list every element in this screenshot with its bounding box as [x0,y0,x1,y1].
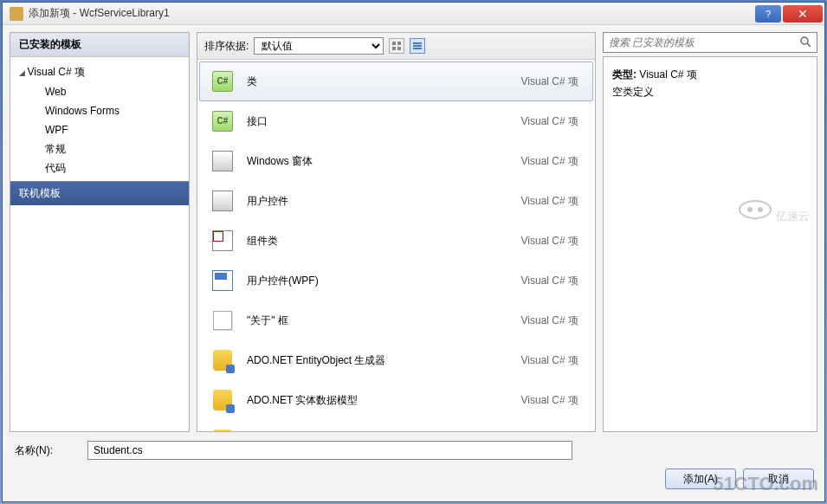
cs-icon: C# [210,109,235,133]
sort-bar: 排序依据: 默认值 [197,33,595,60]
template-item[interactable]: "关于" 框Visual C# 项 [199,300,593,340]
template-item[interactable]: C#类Visual C# 项 [199,61,593,101]
template-language: Visual C# 项 [521,114,582,129]
svg-rect-1 [397,42,401,45]
template-tree: Visual C# 项 Web Windows Forms WPF 常规 代码 … [10,57,189,181]
search-box[interactable] [603,32,817,53]
svg-rect-4 [413,42,422,44]
details-type-row: 类型: Visual C# 项 [612,66,808,83]
tree-item-web[interactable]: Web [10,82,189,101]
template-name: ADO.NET 实体数据模型 [247,393,509,408]
template-item[interactable]: ADO.NET EntityObject 生成器Visual C# 项 [199,340,593,380]
app-icon [10,7,23,21]
tree-item-general[interactable]: 常规 [10,139,189,158]
class2-icon [210,229,235,253]
details-description: 空类定义 [612,83,808,100]
cancel-button[interactable]: 取消 [743,468,814,489]
template-language: Visual C# 项 [521,74,582,89]
template-name: 接口 [247,114,509,129]
wpf-icon [210,268,235,293]
installed-templates-header[interactable]: 已安装的模板 [10,33,189,57]
template-item[interactable]: 用户控件Visual C# 项 [199,181,593,221]
main-columns: 已安装的模板 Visual C# 项 Web Windows Forms WPF… [10,32,817,432]
help-button[interactable]: ? [755,5,781,23]
svg-rect-5 [413,45,422,47]
template-language: Visual C# 项 [521,154,582,169]
template-language: Visual C# 项 [521,194,582,209]
template-name: ADO.NET EntityObject 生成器 [247,353,509,368]
db-icon [210,348,235,372]
tree-root[interactable]: Visual C# 项 [10,62,189,82]
template-name: "关于" 框 [247,313,509,328]
form-icon [210,149,235,173]
tree-item-wpf[interactable]: WPF [10,120,189,139]
svg-rect-0 [392,42,396,45]
close-button[interactable]: ✕ [783,5,823,23]
titlebar: 添加新项 - WcfServiceLibrary1 ? ✕ [3,3,824,25]
template-language: Visual C# 项 [521,234,582,249]
template-name: 类 [247,74,509,89]
svg-point-7 [801,37,808,44]
template-name: Windows 窗体 [247,154,509,169]
template-item[interactable]: ADO.NET 自跟踪实体生成器Visual C# 项 [199,420,593,431]
template-language: Visual C# 项 [521,353,582,368]
online-templates-header[interactable]: 联机模板 [10,181,189,205]
tree-item-code[interactable]: 代码 [10,158,189,178]
details-type-label: 类型: [612,68,636,81]
template-item[interactable]: 组件类Visual C# 项 [199,221,593,261]
content-area: 已安装的模板 Visual C# 项 Web Windows Forms WPF… [3,25,824,501]
add-button[interactable]: 添加(A) [665,468,736,489]
cs-icon: C# [210,69,235,94]
template-item[interactable]: Windows 窗体Visual C# 项 [199,141,593,181]
view-list-icon[interactable] [410,38,425,54]
button-row: 添加(A) 取消 [10,463,817,494]
name-input[interactable] [87,441,572,460]
about-icon [210,308,235,333]
template-name: 用户控件 [247,194,509,209]
details-type-value: Visual C# 项 [639,68,696,81]
right-pane: 类型: Visual C# 项 空类定义 [603,32,817,432]
window-title: 添加新项 - WcfServiceLibrary1 [29,6,755,21]
form-icon [210,189,235,213]
db-icon [210,388,235,412]
name-row: 名称(N): [10,432,817,463]
template-item[interactable]: C#接口Visual C# 项 [199,101,593,141]
template-language: Visual C# 项 [521,393,582,408]
svg-rect-3 [397,47,401,50]
template-language: Visual C# 项 [521,313,582,328]
svg-rect-2 [392,47,396,50]
svg-line-8 [807,43,811,47]
template-item[interactable]: 用户控件(WPF)Visual C# 项 [199,261,593,300]
svg-rect-6 [413,48,422,49]
template-language: Visual C# 项 [521,274,582,288]
template-name: 组件类 [247,234,509,249]
template-name: 用户控件(WPF) [247,274,509,288]
template-list[interactable]: C#类Visual C# 项C#接口Visual C# 项Windows 窗体V… [197,60,595,431]
sidebar-blank [10,205,189,431]
view-small-icon[interactable] [389,38,404,54]
dialog-window: 添加新项 - WcfServiceLibrary1 ? ✕ 已安装的模板 Vis… [2,2,825,502]
sidebar: 已安装的模板 Visual C# 项 Web Windows Forms WPF… [10,32,190,432]
details-panel: 类型: Visual C# 项 空类定义 [603,56,817,432]
sort-label: 排序依据: [204,39,249,54]
search-input[interactable] [609,36,799,48]
name-label: 名称(N): [10,443,79,458]
db-icon [210,428,235,431]
tree-item-winforms[interactable]: Windows Forms [10,101,189,120]
sort-select[interactable]: 默认值 [254,37,384,55]
search-icon[interactable] [799,36,811,50]
template-pane: 排序依据: 默认值 C#类Visual C# 项C#接口Visual C# 项W… [197,32,596,432]
template-item[interactable]: ADO.NET 实体数据模型Visual C# 项 [199,380,593,420]
